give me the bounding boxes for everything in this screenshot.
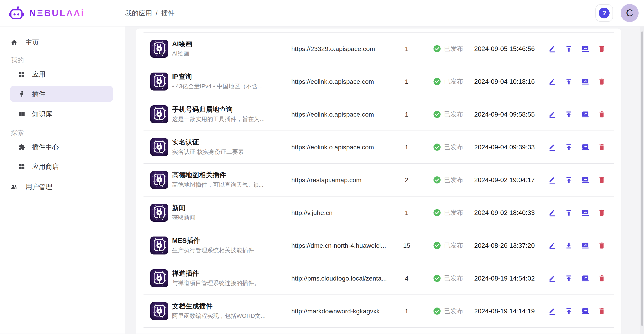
plugin-description: 与禅道项目管理系统连接的插件。: [172, 279, 260, 287]
sidebar-item-label: 用户管理: [26, 182, 52, 192]
share-button[interactable]: [582, 307, 590, 315]
book-icon: [18, 111, 25, 118]
plugin-description: 阿里函数编程实现，包括WORD文...: [172, 312, 266, 320]
transfer-button[interactable]: [565, 176, 573, 184]
edit-button[interactable]: [549, 209, 557, 217]
sidebar-item-label: 应用商店: [32, 162, 59, 171]
table-row: 高德地图相关插件 高德地图插件，可以查询天气、ip... https://res…: [144, 164, 614, 196]
transfer-button[interactable]: [565, 77, 573, 86]
help-button[interactable]: ?: [596, 4, 613, 22]
scrollbar-track[interactable]: [640, 26, 644, 334]
page-body: 主页 我的 应用 插件 知识库 探索 插件中心 应用商店 用户管理: [0, 26, 644, 334]
transfer-button[interactable]: [565, 110, 573, 118]
transfer-button[interactable]: [565, 45, 573, 53]
plugin-status: 已发布: [427, 241, 474, 250]
share-button[interactable]: [582, 241, 590, 250]
breadcrumb-current: 插件: [161, 9, 174, 18]
sidebar-item-user-management[interactable]: 用户管理: [10, 179, 113, 195]
table-row: IP查询 • 43亿全量IPv4 • 中国地区（不含... https://eo…: [144, 65, 614, 98]
edit-button[interactable]: [549, 241, 557, 250]
scrollbar-thumb[interactable]: [641, 31, 643, 326]
status-label: 已发布: [444, 77, 463, 86]
plugin-url: http://pms.cloudtogo.local/zenta...: [283, 275, 386, 282]
avatar[interactable]: C: [620, 4, 638, 22]
row-actions: [535, 241, 614, 250]
sidebar-item-knowledge[interactable]: 知识库: [10, 106, 113, 122]
transfer-button[interactable]: [565, 143, 573, 151]
share-button[interactable]: [582, 110, 590, 118]
puzzle-icon: [18, 144, 25, 151]
status-label: 已发布: [444, 307, 463, 315]
edit-button[interactable]: [549, 45, 557, 53]
sidebar-item-app-store[interactable]: 应用商店: [10, 159, 113, 174]
store-icon: [18, 163, 25, 170]
home-icon: [10, 39, 18, 46]
delete-button[interactable]: [598, 274, 606, 282]
plugin-status: 已发布: [427, 77, 474, 86]
edit-button[interactable]: [549, 307, 557, 315]
sidebar-item-label: 主页: [26, 38, 39, 47]
sidebar-item-plugins[interactable]: 插件: [10, 86, 113, 102]
plugin-description: • 43亿全量IPv4 • 中国地区（不含...: [172, 82, 263, 90]
edit-icon: [549, 209, 556, 216]
plugin-updated-at: 2024-09-02 18:40:33: [474, 209, 535, 216]
edit-button[interactable]: [549, 274, 557, 282]
trash-icon: [598, 143, 606, 151]
row-actions: [535, 176, 614, 184]
transfer-icon: [565, 78, 573, 85]
table-row: 文档生成插件 阿里函数编程实现，包括WORD文... http://markdo…: [144, 295, 614, 328]
transfer-button[interactable]: [565, 209, 573, 217]
sidebar: 主页 我的 应用 插件 知识库 探索 插件中心 应用商店 用户管理: [0, 26, 125, 334]
transfer-button[interactable]: [565, 241, 573, 250]
plugin-updated-at: 2024-09-04 10:18:16: [474, 78, 535, 85]
transfer-button[interactable]: [565, 307, 573, 315]
share-button[interactable]: [582, 143, 590, 151]
delete-button[interactable]: [598, 77, 606, 86]
status-label: 已发布: [444, 44, 463, 53]
plugin-cell: 新闻 获取新闻: [144, 204, 283, 222]
share-button[interactable]: [582, 274, 590, 282]
check-circle-icon: [433, 45, 441, 53]
delete-button[interactable]: [598, 241, 606, 250]
share-button[interactable]: [582, 77, 590, 86]
plugin-cell: 手机号码归属地查询 这是一款实用的工具插件，旨在为...: [144, 105, 283, 123]
screen-share-icon: [582, 111, 589, 118]
delete-button[interactable]: [598, 307, 606, 315]
check-circle-icon: [433, 274, 441, 282]
edit-icon: [549, 275, 556, 282]
plugin-url: https://23329.o.apispace.com: [283, 45, 386, 53]
sidebar-item-home[interactable]: 主页: [10, 35, 113, 50]
plugin-name: 新闻: [172, 204, 196, 212]
breadcrumb-parent[interactable]: 我的应用: [125, 9, 152, 18]
transfer-button[interactable]: [565, 274, 573, 282]
share-button[interactable]: [582, 45, 590, 53]
brand-logo[interactable]: NΞBULΛΛi: [8, 6, 84, 20]
check-circle-icon: [433, 143, 441, 151]
sidebar-item-plugin-center[interactable]: 插件中心: [10, 139, 113, 155]
sidebar-item-apps[interactable]: 应用: [10, 66, 113, 82]
edit-button[interactable]: [549, 143, 557, 151]
breadcrumb-separator: /: [156, 9, 158, 17]
row-actions: [535, 209, 614, 217]
delete-button[interactable]: [598, 176, 606, 184]
edit-button[interactable]: [549, 77, 557, 86]
share-button[interactable]: [582, 209, 590, 217]
trash-icon: [598, 176, 606, 184]
plugin-url: http://v.juhe.cn: [283, 209, 386, 216]
delete-button[interactable]: [598, 143, 606, 151]
screen-share-icon: [582, 209, 589, 216]
edit-button[interactable]: [549, 110, 557, 118]
edit-button[interactable]: [549, 176, 557, 184]
plugin-name: 实名认证: [172, 138, 244, 146]
plugin-cell: 禅道插件 与禅道项目管理系统连接的插件。: [144, 269, 283, 287]
main-area: AI绘画 AI绘画 https://23329.o.apispace.com 1…: [125, 26, 644, 334]
share-button[interactable]: [582, 176, 590, 184]
apps-icon: [18, 71, 25, 78]
delete-button[interactable]: [598, 45, 606, 53]
robot-logo-icon: [8, 6, 24, 20]
plugin-tile-icon: [150, 40, 168, 58]
plugin-count: 1: [386, 78, 427, 85]
plugin-description: 实名认证 核实身份证二要素: [172, 148, 244, 156]
delete-button[interactable]: [598, 110, 606, 118]
delete-button[interactable]: [598, 209, 606, 217]
